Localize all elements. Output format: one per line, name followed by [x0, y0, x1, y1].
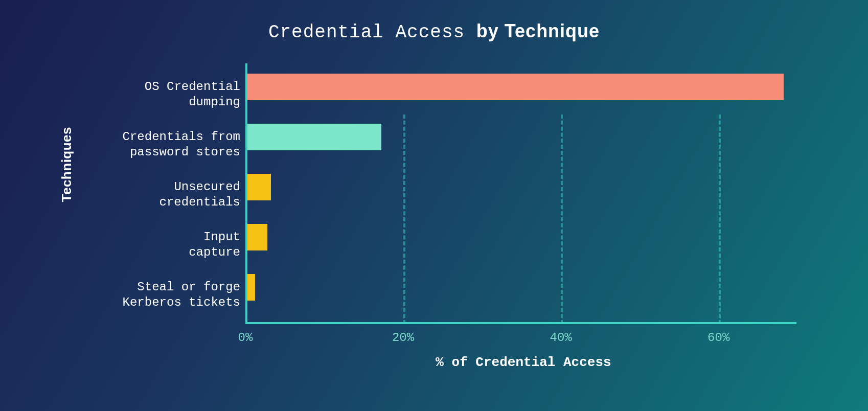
y-axis-title: Techniques	[59, 127, 75, 202]
y-category-label: Unsecuredcredentials	[87, 179, 240, 210]
plot-area: 0%20%40%60%	[245, 63, 796, 324]
bar-row	[247, 124, 381, 150]
x-axis-line	[245, 322, 796, 324]
y-category-label: Inputcapture	[87, 230, 240, 260]
y-category-label: Steal or forgeKerberos tickets	[87, 280, 240, 310]
chart-container: Credential Access by Technique Technique…	[41, 20, 827, 391]
x-tick-label: 40%	[550, 331, 572, 345]
bar	[247, 274, 255, 301]
bar	[247, 224, 267, 250]
bar-row	[247, 74, 784, 100]
bar	[247, 74, 784, 100]
y-category-label: Credentials frompassword stores	[87, 129, 240, 160]
gridline	[403, 115, 405, 324]
x-tick-label: 0%	[238, 331, 253, 345]
bar-row	[247, 224, 267, 250]
bar	[247, 124, 381, 150]
bar-row	[247, 174, 271, 200]
x-tick-label: 20%	[392, 331, 414, 345]
chart-title: Credential Access by Technique	[41, 20, 827, 43]
title-part-2: by Technique	[476, 20, 600, 41]
gridline	[561, 115, 563, 324]
x-axis-title: % of Credential Access	[220, 355, 827, 370]
y-category-label: OS Credentialdumping	[87, 79, 240, 110]
bar-row	[247, 274, 255, 301]
title-part-1: Credential Access	[268, 22, 476, 43]
bar	[247, 174, 271, 200]
x-tick-label: 60%	[707, 331, 729, 345]
gridline	[719, 115, 721, 324]
